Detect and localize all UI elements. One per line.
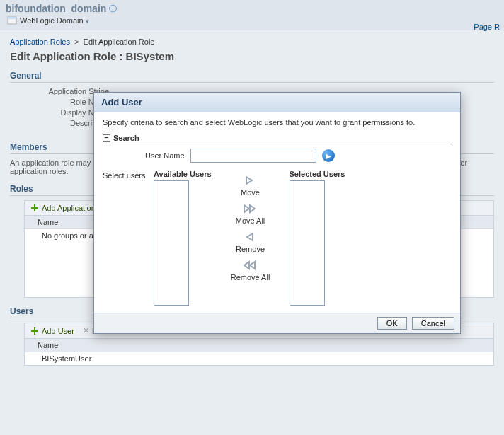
weblogic-domain-menu[interactable]: WebLogic Domain ▾ [20, 16, 89, 25]
domain-title-text: bifoundation_domain [6, 3, 106, 14]
move-icon[interactable] [244, 175, 257, 185]
cancel-button[interactable]: Cancel [412, 317, 454, 330]
weblogic-domain-icon [7, 16, 17, 25]
breadcrumb-current: Edit Application Role [84, 37, 155, 46]
select-users-label: Select users [103, 170, 147, 180]
add-user-label: Add User [42, 327, 74, 335]
search-label: Search [113, 134, 139, 142]
page-refresh-link[interactable]: Page R [474, 23, 500, 31]
page-title: Edit Application Role : BISystem [10, 50, 494, 62]
plus-icon [30, 327, 39, 335]
svg-rect-5 [31, 330, 38, 332]
domain-title: bifoundation_domain ⓘ [6, 3, 498, 14]
remove-icon[interactable] [244, 232, 257, 242]
svg-rect-1 [8, 17, 16, 19]
add-user-button[interactable]: Add User [30, 327, 74, 335]
add-user-dialog: Add User Specify criteria to search and … [93, 92, 461, 334]
move-all-label: Move All [236, 216, 265, 225]
users-col-name: Name [25, 339, 493, 352]
breadcrumb-root[interactable]: Application Roles [10, 37, 70, 46]
search-section-header[interactable]: − Search [103, 134, 452, 144]
remove-all-icon[interactable] [243, 260, 258, 270]
selected-users-list[interactable] [290, 180, 325, 306]
selected-users-header: Selected Users [290, 170, 345, 178]
available-users-header: Available Users [154, 170, 212, 178]
arrow-right-icon: ▶ [326, 152, 331, 160]
info-icon[interactable]: ⓘ [109, 4, 117, 14]
svg-rect-3 [31, 207, 38, 209]
available-users-list[interactable] [154, 180, 189, 306]
collapse-icon: − [103, 134, 110, 142]
general-section-header: General [10, 71, 494, 83]
user-name-input[interactable] [190, 149, 316, 163]
breadcrumb: Application Roles > Edit Application Rol… [10, 37, 494, 46]
ok-button[interactable]: OK [377, 317, 407, 330]
user-name-field-label: User Name [145, 151, 185, 160]
user-cell: BISystemUser [25, 352, 493, 366]
chevron-down-icon: ▾ [86, 18, 89, 25]
weblogic-domain-label: WebLogic Domain [20, 16, 84, 25]
dialog-instructions: Specify criteria to search and select We… [103, 118, 452, 127]
move-all-icon[interactable] [243, 204, 258, 214]
move-label: Move [241, 188, 260, 197]
search-go-button[interactable]: ▶ [322, 149, 335, 162]
table-row[interactable]: BISystemUser [25, 352, 493, 366]
dialog-title: Add User [94, 93, 460, 112]
plus-icon [30, 204, 39, 212]
remove-label: Remove [236, 245, 265, 253]
delete-icon: ✕ [83, 326, 89, 335]
remove-all-label: Remove All [231, 273, 270, 282]
